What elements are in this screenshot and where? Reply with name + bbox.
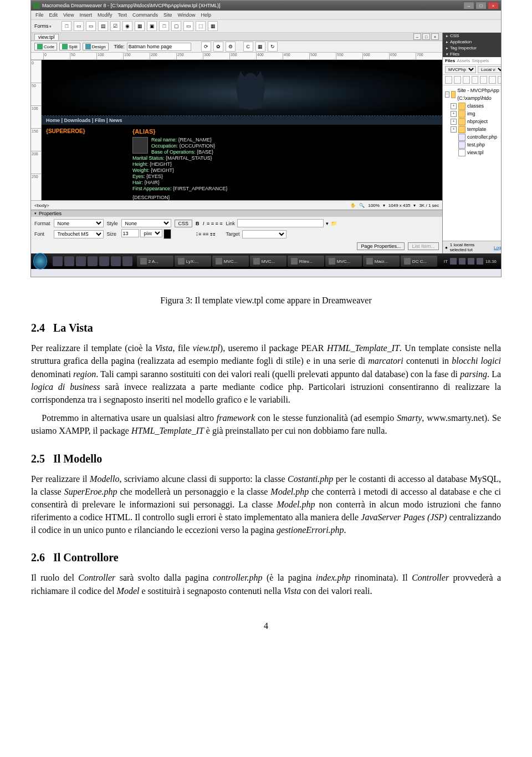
lang-indicator[interactable]: IT [444, 259, 448, 264]
toolbar-icon[interactable]: ⚙ [226, 42, 236, 52]
tray-icon[interactable] [450, 258, 457, 265]
indent-icons[interactable]: ⫶≡ ≡≡ ≣≣ [196, 231, 223, 237]
menu-modify[interactable]: Modify [98, 12, 112, 18]
toolbar-icon[interactable]: ✿ [213, 42, 223, 52]
font-select[interactable]: Trebuchet MS [54, 230, 104, 238]
snippets-tab[interactable]: Snippets [472, 58, 489, 63]
expand-icon[interactable] [498, 76, 502, 84]
tool-icon[interactable]: □ [62, 21, 71, 31]
toolbar-icon[interactable]: ⟳ [201, 42, 211, 52]
zoom-value[interactable]: 100% [368, 203, 379, 208]
color-swatch[interactable] [163, 229, 171, 239]
zoom-icon[interactable]: 🔍 [359, 203, 365, 208]
task-button[interactable]: DC C... [401, 256, 437, 267]
css-button[interactable]: CSS [175, 220, 193, 227]
tag-inspector-panel-header[interactable]: Tag Inspector [443, 45, 502, 51]
tray-icon[interactable] [468, 258, 474, 265]
design-view-button[interactable]: Design [83, 43, 109, 50]
ql-icon[interactable] [76, 256, 86, 266]
folder-node[interactable]: +img [445, 110, 502, 118]
menu-view[interactable]: View [63, 12, 74, 18]
code-view-button[interactable]: Code [34, 43, 57, 50]
menu-site[interactable]: Site [163, 12, 172, 18]
tool-icon[interactable]: ⬚ [196, 21, 206, 31]
refresh-icon[interactable] [454, 76, 461, 84]
application-panel-header[interactable]: Application [443, 39, 502, 45]
ql-icon[interactable] [122, 256, 132, 266]
menu-edit[interactable]: Edit [49, 12, 58, 18]
page-properties-button[interactable]: Page Properties... [357, 242, 405, 250]
toolbar-icon[interactable]: ↻ [268, 42, 278, 52]
folder-node[interactable]: +template [445, 125, 502, 133]
minimize-button[interactable]: – [463, 2, 474, 9]
doc-close[interactable]: × [431, 33, 439, 40]
ql-icon[interactable] [99, 256, 109, 266]
toolbar-icon[interactable]: ▦ [255, 42, 265, 52]
folder-node[interactable]: +classes [445, 102, 502, 110]
start-button[interactable] [33, 253, 47, 270]
title-input[interactable] [127, 43, 191, 51]
get-icon[interactable] [463, 76, 470, 84]
ql-icon[interactable] [64, 256, 74, 266]
css-panel-header[interactable]: CSS [443, 33, 502, 39]
task-button[interactable]: Rilev... [288, 256, 324, 267]
menu-text[interactable]: Text [117, 12, 127, 18]
tool-icon[interactable]: ▢ [171, 21, 181, 31]
folder-node[interactable]: +nbproject [445, 118, 502, 125]
doc-minimize[interactable]: – [413, 33, 421, 40]
split-view-button[interactable]: Split [59, 43, 80, 50]
task-button[interactable]: MVC... [325, 256, 362, 267]
site-root[interactable]: −Site - MVCPhpApp (C:\xampp\htdo [445, 87, 502, 102]
design-canvas[interactable]: Home | Downloads | Film | News {SUPERERO… [42, 60, 442, 200]
tool-icon[interactable]: ▦ [208, 21, 218, 31]
menu-insert[interactable]: Insert [79, 12, 92, 18]
menu-help[interactable]: Help [201, 12, 211, 18]
tool-icon[interactable]: ▭ [86, 21, 96, 31]
tool-icon[interactable]: ▭ [74, 21, 84, 31]
task-button[interactable]: MVC... [212, 256, 249, 267]
connect-icon[interactable] [445, 76, 452, 84]
tool-icon[interactable]: ☑ [110, 21, 120, 31]
ql-icon[interactable] [88, 256, 98, 266]
folder-icon[interactable]: 📁 [331, 221, 337, 226]
task-button[interactable]: Macr... [363, 256, 400, 267]
tool-icon[interactable]: ▤ [98, 21, 108, 31]
close-button[interactable]: × [488, 2, 499, 9]
tool-icon[interactable]: □ [159, 21, 169, 31]
site-select[interactable]: MVCPhpApp [445, 66, 476, 73]
size-input[interactable] [121, 229, 139, 237]
file-node[interactable]: controller.php [445, 133, 502, 141]
tool-icon[interactable]: ◉ [122, 21, 132, 31]
link-input[interactable] [237, 219, 324, 227]
checkin-icon[interactable] [489, 76, 496, 84]
files-panel-header[interactable]: Files [443, 51, 502, 57]
tray-icon[interactable] [477, 258, 483, 265]
task-button[interactable]: LyX:... [175, 256, 211, 267]
toolbar-icon[interactable]: C [243, 42, 253, 52]
tool-icon[interactable]: ▭ [183, 21, 193, 31]
maximize-button[interactable]: □ [475, 2, 487, 9]
document-tab[interactable]: view.tpl [34, 34, 59, 40]
checkout-icon[interactable] [480, 76, 487, 84]
menu-commands[interactable]: Commands [132, 12, 158, 18]
tool-icon[interactable]: ▣ [147, 21, 157, 31]
file-node[interactable]: view.tpl [445, 149, 502, 156]
menu-file[interactable]: File [35, 12, 44, 18]
style-select[interactable]: None [121, 219, 171, 227]
log-button[interactable]: Log... [494, 245, 502, 250]
task-button[interactable]: 2 A... [137, 256, 173, 267]
files-tab[interactable]: Files [445, 58, 455, 63]
put-icon[interactable] [472, 76, 479, 84]
size-unit-select[interactable]: pixels [140, 229, 162, 237]
tag-selector[interactable]: <body> [34, 203, 49, 208]
task-button[interactable]: MVC... [250, 256, 287, 267]
hand-icon[interactable]: ✋ [350, 203, 356, 208]
insert-category[interactable]: Forms [34, 23, 52, 29]
tray-icon[interactable] [459, 258, 466, 265]
assets-tab[interactable]: Assets [457, 58, 470, 63]
clock[interactable]: 18.36 [485, 259, 497, 264]
format-select[interactable]: None [54, 219, 104, 227]
bold-italic[interactable]: B I ≡ ≡ ≡ ≡ [196, 221, 223, 226]
view-select[interactable]: Local view [478, 66, 502, 73]
target-select[interactable] [242, 230, 287, 238]
